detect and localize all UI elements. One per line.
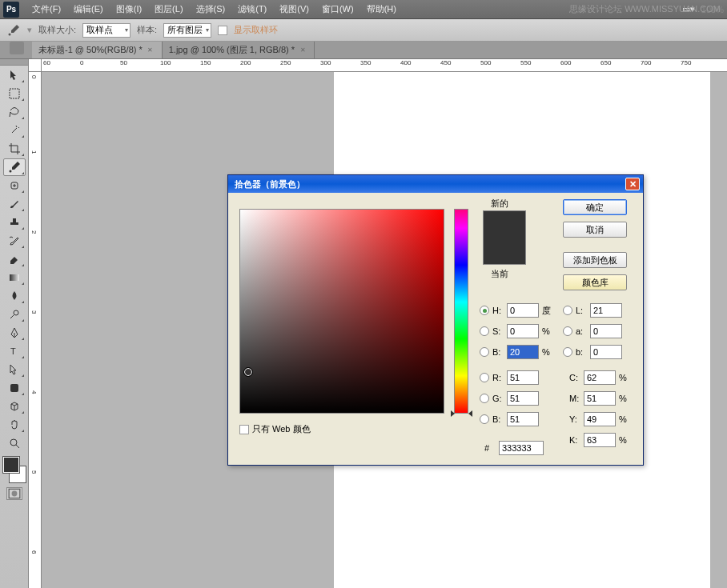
brush-tool[interactable] <box>3 195 26 213</box>
menu-image[interactable]: 图像(I) <box>110 3 148 15</box>
hsb-h-radio[interactable] <box>480 306 489 315</box>
hex-row: # 333333 <box>484 441 544 455</box>
eraser-tool[interactable] <box>3 250 26 268</box>
menu-window[interactable]: 窗口(W) <box>315 3 360 15</box>
tab-grip-icon[interactable] <box>10 42 24 54</box>
current-color-swatch[interactable] <box>484 238 525 264</box>
cmyk-k-input[interactable]: 63 <box>584 433 616 447</box>
close-button[interactable]: ✕ <box>625 178 640 190</box>
rgb-g-row: G: 51 <box>480 391 539 406</box>
svg-rect-1 <box>10 89 19 98</box>
close-icon[interactable]: ✕ <box>146 46 155 55</box>
quickmask-button[interactable] <box>6 487 22 500</box>
wand-tool[interactable] <box>3 122 26 139</box>
ps-logo: Ps <box>3 2 19 18</box>
rgb-b-radio[interactable] <box>480 414 489 424</box>
web-only-checkbox[interactable] <box>239 425 249 434</box>
lab-a-input[interactable]: 0 <box>590 324 622 338</box>
web-only-label: 只有 Web 颜色 <box>252 423 311 435</box>
rgb-r-input[interactable]: 51 <box>507 370 539 385</box>
sample-size-select[interactable]: 取样点 <box>82 23 131 38</box>
hsb-h-input[interactable]: 0 <box>507 303 539 318</box>
hsb-b-radio[interactable] <box>480 347 489 357</box>
move-tool[interactable] <box>3 66 26 84</box>
lab-b-row: b: 0 <box>563 345 622 359</box>
document-tab[interactable]: 未标题-1 @ 50%(RGB/8) * ✕ <box>32 42 163 58</box>
menu-edit[interactable]: 编辑(E) <box>67 3 110 15</box>
hex-input[interactable]: 333333 <box>499 441 544 455</box>
menu-file[interactable]: 文件(F) <box>26 3 67 15</box>
heal-tool[interactable] <box>3 177 26 194</box>
show-ring-checkbox[interactable] <box>218 26 227 35</box>
lab-b-input[interactable]: 0 <box>590 345 622 359</box>
zoom-tool[interactable] <box>3 434 26 452</box>
blur-tool[interactable] <box>3 287 26 305</box>
foreground-swatch[interactable] <box>3 457 19 473</box>
cmyk-y-input[interactable]: 49 <box>584 412 616 426</box>
eyedropper-tool[interactable] <box>3 158 26 176</box>
type-tool[interactable]: T <box>3 342 26 360</box>
sample-select[interactable]: 所有图层 <box>163 23 211 38</box>
menu-select[interactable]: 选择(S) <box>190 3 232 15</box>
gradient-tool[interactable] <box>3 269 26 286</box>
hsb-s-radio[interactable] <box>480 326 489 336</box>
lab-b-radio[interactable] <box>563 347 572 357</box>
close-icon[interactable]: ✕ <box>298 46 307 55</box>
ruler-horizontal[interactable]: 60 0 50 100 150 200 250 300 350 400 450 … <box>42 59 727 72</box>
hue-marker-left[interactable] <box>451 410 455 417</box>
svg-text:T: T <box>10 346 16 356</box>
hand-tool[interactable] <box>3 416 26 434</box>
marquee-tool[interactable] <box>3 85 26 102</box>
eyedropper-icon <box>6 23 21 38</box>
menu-filter[interactable]: 滤镜(T) <box>231 3 273 15</box>
menu-view[interactable]: 视图(V) <box>273 3 315 15</box>
crop-tool[interactable] <box>3 140 26 158</box>
lab-l-input[interactable]: 21 <box>590 303 622 318</box>
pen-tool[interactable] <box>3 324 26 342</box>
color-swatches[interactable] <box>3 457 26 482</box>
color-field[interactable] <box>239 209 444 414</box>
add-swatch-button[interactable]: 添加到色板 <box>563 252 627 268</box>
lasso-tool[interactable] <box>3 103 26 121</box>
watermark: 思缘设计论坛 WWW.MISSYUAN.COM <box>569 3 721 15</box>
menu-layer[interactable]: 图层(L) <box>148 3 189 15</box>
color-field-marker[interactable] <box>244 368 252 376</box>
dialog-titlebar[interactable]: 拾色器（前景色） ✕ <box>228 175 643 193</box>
cmyk-c-input[interactable]: 62 <box>584 370 616 385</box>
cmyk-c-row: C: 62 % <box>569 370 630 385</box>
shape-tool[interactable] <box>3 379 26 397</box>
toolbox-grip[interactable] <box>0 59 28 66</box>
sample-size-label: 取样大小: <box>38 24 76 36</box>
rgb-g-input[interactable]: 51 <box>507 391 539 406</box>
lab-l-row: L: 21 <box>563 303 622 318</box>
rgb-b-input[interactable]: 51 <box>507 412 539 426</box>
hsb-b-row: B: 20 % <box>480 345 553 359</box>
lab-a-row: a: 0 <box>563 324 622 338</box>
svg-point-0 <box>9 33 11 35</box>
history-brush-tool[interactable] <box>3 232 26 250</box>
hue-marker-right[interactable] <box>468 410 472 417</box>
hue-strip[interactable] <box>454 209 468 414</box>
document-tab[interactable]: 1.jpg @ 100% (图层 1, RGB/8) * ✕ <box>163 42 315 58</box>
document-tab-label: 1.jpg @ 100% (图层 1, RGB/8) * <box>169 44 295 56</box>
rgb-r-radio[interactable] <box>480 373 489 382</box>
path-select-tool[interactable] <box>3 361 26 378</box>
rgb-g-radio[interactable] <box>480 394 489 403</box>
dodge-tool[interactable] <box>3 306 26 323</box>
svg-rect-7 <box>10 384 18 392</box>
cmyk-m-input[interactable]: 51 <box>584 391 616 406</box>
ok-button[interactable]: 确定 <box>563 199 627 215</box>
color-library-button[interactable]: 颜色库 <box>563 274 627 290</box>
3d-tool[interactable] <box>3 398 26 415</box>
cancel-button[interactable]: 取消 <box>563 222 627 238</box>
hsb-s-input[interactable]: 0 <box>507 324 539 338</box>
stamp-tool[interactable] <box>3 214 26 231</box>
hsb-h-row: H: 0 度 <box>480 303 553 318</box>
lab-l-radio[interactable] <box>563 306 572 315</box>
hsb-b-input[interactable]: 20 <box>507 345 539 359</box>
lab-a-radio[interactable] <box>563 326 572 336</box>
ruler-vertical[interactable]: 0 1 2 3 4 5 6 <box>29 72 42 588</box>
menu-help[interactable]: 帮助(H) <box>360 3 403 15</box>
dialog-title-text: 拾色器（前景色） <box>235 178 305 190</box>
sample-label: 样本: <box>137 24 157 36</box>
